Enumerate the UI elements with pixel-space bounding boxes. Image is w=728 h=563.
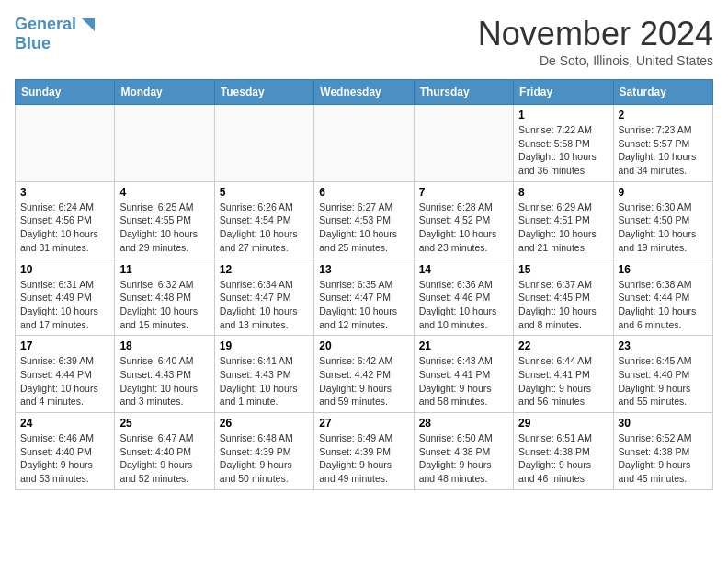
- day-info: Sunrise: 6:49 AM Sunset: 4:39 PM Dayligh…: [319, 431, 408, 486]
- day-number: 3: [20, 186, 109, 199]
- day-info: Sunrise: 6:24 AM Sunset: 4:56 PM Dayligh…: [20, 201, 109, 255]
- day-info: Sunrise: 6:48 AM Sunset: 4:39 PM Dayligh…: [220, 431, 309, 486]
- calendar-cell: 10Sunrise: 6:31 AM Sunset: 4:49 PM Dayli…: [16, 259, 115, 336]
- day-info: Sunrise: 6:35 AM Sunset: 4:47 PM Dayligh…: [319, 278, 408, 332]
- day-number: 8: [518, 186, 608, 199]
- calendar-cell: 27Sunrise: 6:49 AM Sunset: 4:39 PM Dayli…: [314, 413, 414, 490]
- day-info: Sunrise: 6:40 AM Sunset: 4:43 PM Dayligh…: [119, 354, 209, 408]
- header: General Blue November 2024 De Soto, Illi…: [15, 15, 713, 68]
- weekday-header: Sunday: [16, 80, 115, 105]
- calendar-cell: 13Sunrise: 6:35 AM Sunset: 4:47 PM Dayli…: [314, 259, 414, 336]
- day-info: Sunrise: 6:43 AM Sunset: 4:41 PM Dayligh…: [419, 354, 508, 408]
- day-info: Sunrise: 6:41 AM Sunset: 4:43 PM Dayligh…: [220, 354, 309, 408]
- day-number: 9: [619, 186, 708, 199]
- calendar-week-row: 10Sunrise: 6:31 AM Sunset: 4:49 PM Dayli…: [16, 259, 713, 336]
- calendar-cell: [115, 105, 214, 182]
- calendar-cell: 25Sunrise: 6:47 AM Sunset: 4:40 PM Dayli…: [115, 413, 214, 490]
- weekday-header: Friday: [514, 80, 613, 105]
- calendar-cell: 28Sunrise: 6:50 AM Sunset: 4:38 PM Dayli…: [414, 413, 513, 490]
- calendar-cell: [16, 105, 115, 182]
- day-number: 10: [20, 263, 109, 276]
- day-info: Sunrise: 6:42 AM Sunset: 4:42 PM Dayligh…: [319, 354, 408, 408]
- day-number: 2: [619, 109, 708, 121]
- calendar-week-row: 24Sunrise: 6:46 AM Sunset: 4:40 PM Dayli…: [16, 413, 713, 490]
- calendar-cell: 8Sunrise: 6:29 AM Sunset: 4:51 PM Daylig…: [514, 181, 613, 259]
- day-info: Sunrise: 6:32 AM Sunset: 4:48 PM Dayligh…: [119, 278, 209, 332]
- day-info: Sunrise: 6:25 AM Sunset: 4:55 PM Dayligh…: [119, 201, 209, 255]
- logo-text-line2: Blue: [15, 35, 51, 53]
- calendar-cell: 29Sunrise: 6:51 AM Sunset: 4:38 PM Dayli…: [514, 413, 613, 490]
- day-info: Sunrise: 6:30 AM Sunset: 4:50 PM Dayligh…: [619, 201, 708, 255]
- calendar-cell: [214, 105, 313, 182]
- calendar-cell: 6Sunrise: 6:27 AM Sunset: 4:53 PM Daylig…: [314, 181, 414, 259]
- day-info: Sunrise: 6:44 AM Sunset: 4:41 PM Dayligh…: [518, 354, 608, 408]
- day-info: Sunrise: 6:38 AM Sunset: 4:44 PM Dayligh…: [619, 278, 708, 332]
- day-number: 22: [518, 339, 608, 352]
- day-number: 6: [319, 186, 408, 199]
- day-info: Sunrise: 6:27 AM Sunset: 4:53 PM Dayligh…: [319, 201, 408, 255]
- title-area: November 2024 De Soto, Illinois, United …: [478, 15, 713, 68]
- calendar-cell: [314, 105, 414, 182]
- day-info: Sunrise: 6:26 AM Sunset: 4:54 PM Dayligh…: [220, 201, 309, 255]
- day-number: 14: [419, 263, 508, 276]
- day-number: 19: [220, 339, 309, 352]
- day-info: Sunrise: 6:36 AM Sunset: 4:46 PM Dayligh…: [419, 278, 508, 332]
- day-number: 17: [20, 339, 109, 352]
- day-number: 4: [119, 186, 209, 199]
- calendar-cell: 30Sunrise: 6:52 AM Sunset: 4:38 PM Dayli…: [613, 413, 712, 490]
- calendar-cell: 18Sunrise: 6:40 AM Sunset: 4:43 PM Dayli…: [115, 336, 214, 413]
- calendar-cell: 14Sunrise: 6:36 AM Sunset: 4:46 PM Dayli…: [414, 259, 513, 336]
- calendar-cell: 22Sunrise: 6:44 AM Sunset: 4:41 PM Dayli…: [514, 336, 613, 413]
- calendar-cell: 24Sunrise: 6:46 AM Sunset: 4:40 PM Dayli…: [16, 413, 115, 490]
- weekday-header: Tuesday: [214, 80, 313, 105]
- calendar-cell: 16Sunrise: 6:38 AM Sunset: 4:44 PM Dayli…: [613, 259, 712, 336]
- day-info: Sunrise: 6:28 AM Sunset: 4:52 PM Dayligh…: [419, 201, 508, 255]
- day-info: Sunrise: 6:39 AM Sunset: 4:44 PM Dayligh…: [20, 354, 109, 408]
- day-number: 12: [220, 263, 309, 276]
- day-info: Sunrise: 6:31 AM Sunset: 4:49 PM Dayligh…: [20, 278, 109, 332]
- day-number: 5: [220, 186, 309, 199]
- calendar-week-row: 1Sunrise: 7:22 AM Sunset: 5:58 PM Daylig…: [16, 105, 713, 182]
- calendar-cell: 26Sunrise: 6:48 AM Sunset: 4:39 PM Dayli…: [214, 413, 313, 490]
- day-number: 24: [20, 417, 109, 430]
- calendar-cell: [414, 105, 513, 182]
- calendar-cell: 12Sunrise: 6:34 AM Sunset: 4:47 PM Dayli…: [214, 259, 313, 336]
- calendar-cell: 17Sunrise: 6:39 AM Sunset: 4:44 PM Dayli…: [16, 336, 115, 413]
- calendar-cell: 23Sunrise: 6:45 AM Sunset: 4:40 PM Dayli…: [613, 336, 712, 413]
- weekday-header: Wednesday: [314, 80, 414, 105]
- logo: General Blue: [15, 15, 97, 53]
- calendar-table: SundayMondayTuesdayWednesdayThursdayFrid…: [15, 79, 713, 490]
- calendar-cell: 7Sunrise: 6:28 AM Sunset: 4:52 PM Daylig…: [414, 181, 513, 259]
- day-number: 7: [419, 186, 508, 199]
- calendar-header-row: SundayMondayTuesdayWednesdayThursdayFrid…: [16, 80, 713, 105]
- day-info: Sunrise: 6:47 AM Sunset: 4:40 PM Dayligh…: [119, 431, 209, 486]
- day-number: 13: [319, 263, 408, 276]
- day-info: Sunrise: 6:46 AM Sunset: 4:40 PM Dayligh…: [20, 431, 109, 486]
- calendar-week-row: 17Sunrise: 6:39 AM Sunset: 4:44 PM Dayli…: [16, 336, 713, 413]
- day-number: 11: [119, 263, 209, 276]
- calendar-cell: 11Sunrise: 6:32 AM Sunset: 4:48 PM Dayli…: [115, 259, 214, 336]
- calendar-cell: 4Sunrise: 6:25 AM Sunset: 4:55 PM Daylig…: [115, 181, 214, 259]
- weekday-header: Saturday: [613, 80, 712, 105]
- svg-marker-0: [82, 18, 95, 31]
- calendar-cell: 5Sunrise: 6:26 AM Sunset: 4:54 PM Daylig…: [214, 181, 313, 259]
- day-info: Sunrise: 6:45 AM Sunset: 4:40 PM Dayligh…: [619, 354, 708, 408]
- calendar-cell: 1Sunrise: 7:22 AM Sunset: 5:58 PM Daylig…: [514, 105, 613, 182]
- day-number: 16: [619, 263, 708, 276]
- day-number: 30: [619, 417, 708, 430]
- logo-text-line1: General: [15, 16, 76, 34]
- calendar-cell: 15Sunrise: 6:37 AM Sunset: 4:45 PM Dayli…: [514, 259, 613, 336]
- location: De Soto, Illinois, United States: [478, 53, 713, 68]
- day-number: 20: [319, 339, 408, 352]
- day-info: Sunrise: 6:34 AM Sunset: 4:47 PM Dayligh…: [220, 278, 309, 332]
- weekday-header: Monday: [115, 80, 214, 105]
- calendar-cell: 2Sunrise: 7:23 AM Sunset: 5:57 PM Daylig…: [613, 105, 712, 182]
- day-info: Sunrise: 6:50 AM Sunset: 4:38 PM Dayligh…: [419, 431, 508, 486]
- calendar-cell: 21Sunrise: 6:43 AM Sunset: 4:41 PM Dayli…: [414, 336, 513, 413]
- day-info: Sunrise: 7:23 AM Sunset: 5:57 PM Dayligh…: [619, 123, 708, 178]
- day-info: Sunrise: 7:22 AM Sunset: 5:58 PM Dayligh…: [518, 123, 608, 178]
- weekday-header: Thursday: [414, 80, 513, 105]
- calendar-cell: 3Sunrise: 6:24 AM Sunset: 4:56 PM Daylig…: [16, 181, 115, 259]
- day-number: 25: [119, 417, 209, 430]
- day-info: Sunrise: 6:52 AM Sunset: 4:38 PM Dayligh…: [619, 431, 708, 486]
